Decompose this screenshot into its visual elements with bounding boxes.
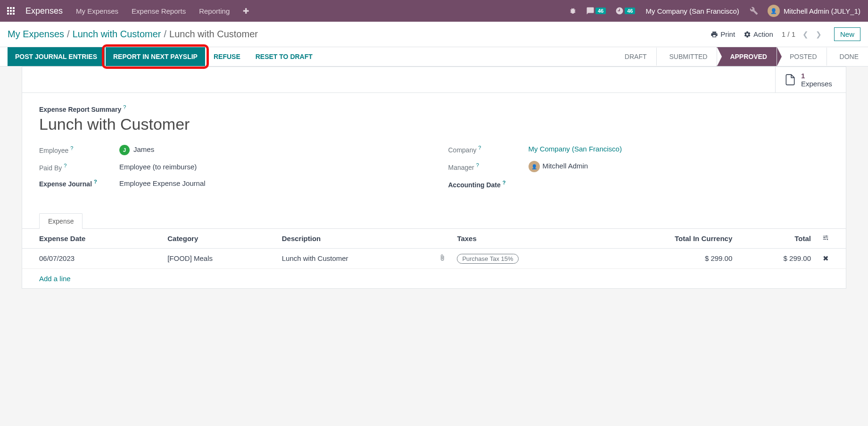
user-menu[interactable]: 👤 Mitchell Admin (JULY_1)	[763, 5, 865, 17]
help-icon[interactable]: ?	[478, 145, 481, 150]
th-taxes[interactable]: Taxes	[451, 229, 598, 249]
journal-field[interactable]: Employee Expense Journal	[119, 179, 420, 187]
statusbar-row: POST JOURNAL ENTRIES REPORT IN NEXT PAYS…	[0, 47, 868, 67]
svg-point-9	[827, 239, 828, 240]
svg-point-11	[826, 235, 827, 236]
status-draft[interactable]: DRAFT	[612, 47, 656, 66]
help-icon[interactable]: ?	[64, 163, 66, 168]
help-icon[interactable]: ?	[70, 145, 73, 151]
cell-description[interactable]: Lunch with Customer	[276, 248, 434, 268]
attachment-icon[interactable]	[433, 248, 451, 268]
th-category[interactable]: Category	[162, 229, 276, 249]
report-in-next-payslip-button[interactable]: REPORT IN NEXT PAYSLIP	[106, 47, 205, 66]
pager-value[interactable]: 1 / 1	[782, 30, 795, 38]
svg-point-10	[824, 237, 825, 238]
main-navbar: Expenses My Expenses Expense Reports Rep…	[0, 0, 868, 22]
add-line-button[interactable]: Add a line	[22, 269, 846, 288]
help-icon[interactable]: ?	[94, 179, 97, 184]
action-button[interactable]: Action	[744, 30, 773, 38]
breadcrumb-root[interactable]: My Expenses	[8, 29, 64, 40]
refuse-button[interactable]: REFUSE	[206, 47, 248, 66]
breadcrumb-mid[interactable]: Lunch with Customer	[73, 29, 161, 40]
th-description[interactable]: Description	[276, 229, 434, 249]
activities-badge: 46	[625, 8, 635, 14]
messages-badge: 46	[595, 8, 606, 14]
messages-icon[interactable]: 46	[581, 7, 611, 15]
manager-avatar: 👤	[529, 161, 540, 172]
th-settings[interactable]	[817, 229, 846, 249]
stat-label: Expenses	[801, 80, 832, 88]
svg-rect-5	[13, 10, 15, 12]
status-submitted[interactable]: SUBMITTED	[656, 47, 717, 66]
cell-date[interactable]: 06/07/2023	[22, 248, 162, 268]
svg-rect-8	[13, 13, 15, 15]
stat-count: 1	[801, 72, 832, 80]
svg-rect-1	[10, 7, 12, 9]
breadcrumb-current: Lunch with Customer	[169, 29, 258, 40]
activities-icon[interactable]: 46	[611, 7, 640, 15]
nav-my-expenses[interactable]: My Expenses	[69, 7, 125, 15]
apps-menu-icon[interactable]	[3, 3, 19, 19]
help-icon[interactable]: ?	[123, 104, 126, 110]
employee-field[interactable]: JJames	[119, 145, 420, 155]
journal-label: Expense Journal	[39, 180, 92, 188]
company-selector[interactable]: My Company (San Francisco)	[640, 7, 744, 15]
help-icon[interactable]: ?	[476, 162, 479, 168]
tools-icon[interactable]	[745, 7, 763, 15]
cell-category[interactable]: [FOOD] Meals	[162, 248, 276, 268]
company-field[interactable]: My Company (San Francisco)	[529, 145, 829, 153]
employee-label: Employee	[39, 147, 68, 154]
user-name: Mitchell Admin (JULY_1)	[784, 7, 860, 15]
paidby-field[interactable]: Employee (to reimburse)	[119, 163, 420, 171]
accdate-label: Accounting Date	[448, 181, 501, 189]
cell-total-currency[interactable]: $ 299.00	[598, 248, 738, 268]
row-delete-icon[interactable]: ✖	[817, 248, 846, 268]
manager-field[interactable]: 👤Mitchell Admin	[529, 161, 829, 172]
tab-expense[interactable]: Expense	[39, 213, 83, 229]
svg-rect-3	[7, 10, 9, 12]
help-icon[interactable]: ?	[503, 180, 506, 185]
post-journal-entries-button[interactable]: POST JOURNAL ENTRIES	[8, 47, 105, 66]
th-date[interactable]: Expense Date	[22, 229, 162, 249]
record-title[interactable]: Lunch with Customer	[39, 115, 829, 134]
statusbar: DRAFT SUBMITTED APPROVED POSTED DONE	[612, 47, 868, 66]
svg-rect-6	[7, 13, 9, 15]
status-approved[interactable]: APPROVED	[717, 47, 777, 66]
breadcrumb: My Expenses / Lunch with Customer / Lunc…	[8, 29, 258, 40]
table-row[interactable]: 06/07/2023 [FOOD] Meals Lunch with Custo…	[22, 248, 846, 268]
nav-expense-reports[interactable]: Expense Reports	[125, 7, 192, 15]
employee-avatar: J	[119, 145, 130, 155]
svg-rect-2	[13, 7, 15, 9]
print-button[interactable]: Print	[711, 30, 735, 38]
manager-label: Manager	[448, 164, 474, 171]
stat-expenses-button[interactable]: 1 Expenses	[775, 67, 846, 92]
th-total[interactable]: Total	[738, 229, 817, 249]
cell-taxes[interactable]: Purchase Tax 15%	[451, 248, 598, 268]
pager: 1 / 1 ❮ ❯	[782, 28, 826, 41]
company-label: Company	[448, 146, 477, 153]
cell-total[interactable]: $ 299.00	[738, 248, 817, 268]
expense-lines-table: Expense Date Category Description Taxes …	[22, 229, 846, 288]
svg-rect-7	[10, 13, 12, 15]
summary-label: Expense Report Summary	[39, 106, 121, 113]
user-avatar: 👤	[768, 5, 780, 17]
debug-icon[interactable]	[564, 7, 581, 15]
status-posted[interactable]: POSTED	[777, 47, 827, 66]
th-total-currency[interactable]: Total In Currency	[598, 229, 738, 249]
svg-rect-0	[7, 7, 9, 9]
nav-reporting[interactable]: Reporting	[192, 7, 236, 15]
app-name[interactable]: Expenses	[19, 6, 69, 16]
control-panel: My Expenses / Lunch with Customer / Lunc…	[0, 22, 868, 47]
reset-to-draft-button[interactable]: RESET TO DRAFT	[248, 47, 320, 66]
nav-new-icon[interactable]: ✚	[236, 7, 256, 16]
svg-rect-4	[10, 10, 12, 12]
status-done[interactable]: DONE	[827, 47, 868, 66]
form-sheet: 1 Expenses Expense Report Summary ? Lunc…	[22, 67, 846, 289]
paidby-label: Paid By	[39, 164, 62, 171]
new-button[interactable]: New	[834, 27, 860, 41]
pager-prev-icon[interactable]: ❮	[799, 28, 812, 41]
pager-next-icon[interactable]: ❯	[812, 28, 826, 41]
